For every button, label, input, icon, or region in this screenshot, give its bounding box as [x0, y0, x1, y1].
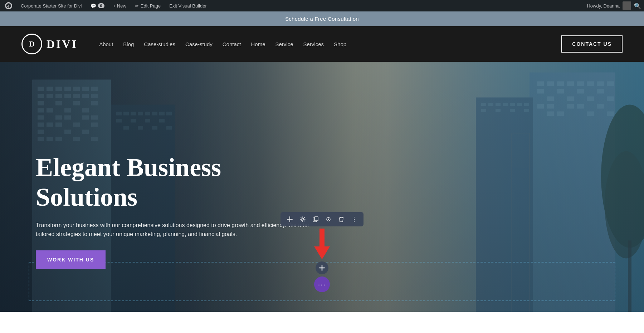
- hero-content: Elegant Business Solutions Transform you…: [36, 153, 315, 269]
- hero-title: Elegant Business Solutions: [36, 153, 315, 212]
- nav-home[interactable]: Home: [251, 41, 265, 47]
- module-toolbar: ⋮: [280, 212, 364, 226]
- svg-point-108: [302, 218, 304, 220]
- nav-case-studies[interactable]: Case-studies: [144, 41, 175, 47]
- toolbar-add-icon[interactable]: [286, 216, 293, 223]
- toolbar-settings-icon[interactable]: [299, 216, 306, 223]
- comments-link[interactable]: 💬 0: [88, 0, 107, 11]
- arrow-indicator: [314, 229, 330, 259]
- svg-rect-110: [314, 217, 318, 221]
- toolbar-copy-icon[interactable]: [312, 216, 319, 223]
- search-icon[interactable]: 🔍: [634, 3, 641, 9]
- hero-subtitle: Transform your business with our compreh…: [36, 221, 315, 239]
- nav-blog[interactable]: Blog: [123, 41, 134, 47]
- new-content-button[interactable]: + New: [111, 0, 128, 11]
- nav-services[interactable]: Services: [303, 41, 324, 47]
- svg-point-112: [328, 219, 329, 220]
- logo-icon: D: [21, 34, 42, 54]
- wp-logo-button[interactable]: [3, 0, 14, 11]
- exit-builder-button[interactable]: Exit Visual Builder: [167, 0, 209, 11]
- ellipsis-icon: ···: [318, 281, 326, 288]
- nav-shop[interactable]: Shop: [334, 41, 346, 47]
- user-avatar[interactable]: [623, 1, 631, 10]
- wordpress-icon: [5, 2, 12, 9]
- nav-service[interactable]: Service: [275, 41, 293, 47]
- contact-us-button[interactable]: CONTACT US: [561, 35, 623, 53]
- site-header: D DIVI About Blog Case-studies Case-stud…: [0, 26, 644, 62]
- nav-contact[interactable]: Contact: [223, 41, 241, 47]
- add-section-button[interactable]: [316, 261, 328, 274]
- toolbar-more-icon[interactable]: ⋮: [351, 216, 358, 223]
- howdy-text: Howdy, Deanna: [587, 3, 620, 9]
- nav-about[interactable]: About: [99, 41, 113, 47]
- edit-page-button[interactable]: ✏ Edit Page: [133, 0, 163, 11]
- more-options-button[interactable]: ···: [314, 276, 330, 292]
- arrow-shaft: [319, 229, 325, 246]
- banner-text: Schedule a Free Consultation: [285, 16, 359, 22]
- hero-section: Elegant Business Solutions Transform you…: [0, 62, 644, 312]
- comment-icon: 💬: [91, 3, 96, 9]
- admin-bar-right: Howdy, Deanna 🔍: [587, 1, 641, 10]
- work-with-us-button[interactable]: WORK WITH US: [36, 250, 106, 269]
- toolbar-delete-icon[interactable]: [338, 216, 345, 223]
- arrow-head: [314, 246, 330, 259]
- nav-case-study[interactable]: Case-study: [185, 41, 213, 47]
- logo-name: DIVI: [47, 38, 78, 51]
- main-navigation: About Blog Case-studies Case-study Conta…: [99, 41, 561, 47]
- logo-area[interactable]: D DIVI: [21, 34, 78, 54]
- toolbar-visibility-icon[interactable]: [325, 216, 332, 223]
- admin-bar: Corporate Starter Site for Divi 💬 0 + Ne…: [0, 0, 644, 11]
- pencil-icon: ✏: [135, 3, 139, 9]
- consultation-banner[interactable]: Schedule a Free Consultation: [0, 11, 644, 26]
- site-name-link[interactable]: Corporate Starter Site for Divi: [19, 0, 84, 11]
- module-toolbar-area: ⋮ ···: [280, 212, 364, 292]
